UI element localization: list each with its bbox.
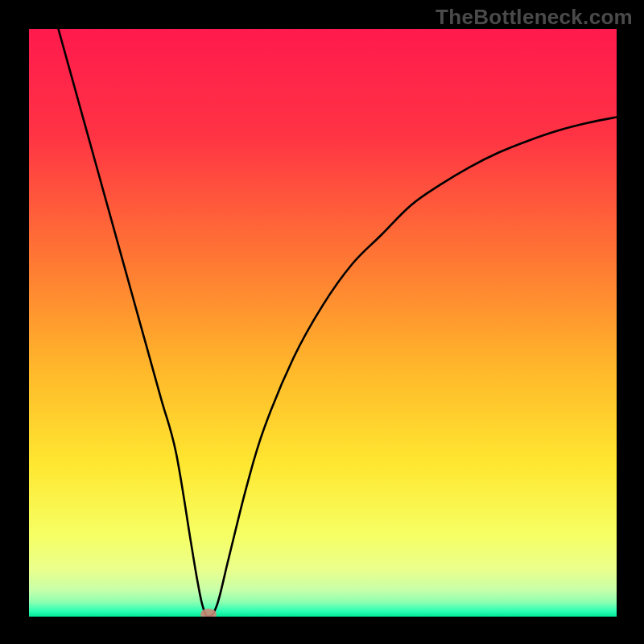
chart-container: TheBottleneck.com <box>0 0 644 644</box>
plot-area <box>29 29 617 617</box>
watermark-text: TheBottleneck.com <box>436 5 633 30</box>
gradient-background <box>29 29 617 617</box>
svg-rect-0 <box>29 29 617 617</box>
